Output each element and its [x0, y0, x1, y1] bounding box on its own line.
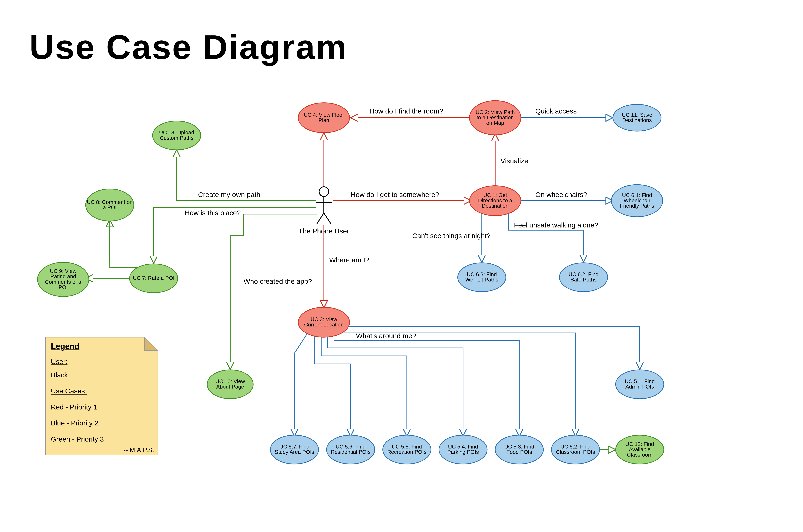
label-uc3-fan: What's around me? [356, 332, 416, 340]
use-case-uc53: UC 5.3: FindFood POIs [495, 435, 543, 464]
use-case-uc61-label-line0: UC 6.1: Find [622, 192, 652, 198]
use-case-uc10-label-line1: About Page [216, 384, 244, 390]
use-case-uc53-label-line0: UC 5.3: Find [504, 444, 534, 450]
use-case-uc56: UC 5.6: FindResidential POIs [326, 435, 375, 464]
use-case-uc62: UC 6.2: FindSafe Paths [559, 263, 608, 292]
use-case-uc9-label-line2: Comments of a [45, 279, 81, 285]
use-case-uc1-label-line1: Directions to a [478, 197, 513, 204]
label-uc2-uc4: How do I find the room? [369, 107, 443, 115]
use-case-uc1-label-line2: Destination [482, 203, 509, 209]
use-case-uc3-label-line1: Current Location [304, 322, 344, 328]
use-case-uc11: UC 11: SaveDestinations [613, 104, 661, 131]
use-case-uc57: UC 5.7: FindStudy Area POIs [270, 435, 319, 464]
edge-uc3-uc56 [315, 335, 350, 436]
use-case-uc10-label-line0: UC 10: View [215, 378, 245, 384]
use-case-uc63-label-line0: UC 6.3: Find [467, 271, 497, 277]
edge-uc7-uc8 [110, 220, 141, 268]
legend-title: Legend [51, 342, 79, 351]
use-case-uc61-label-line1: Wheelchair [624, 197, 650, 204]
use-case-uc52-label-line1: Classroom POIs [556, 449, 595, 455]
use-case-uc2-label-line2: on Map [486, 120, 504, 126]
label-uc1-uc2: Visualize [500, 157, 528, 165]
use-case-uc55-label-line0: UC 5.5: Find [392, 444, 422, 450]
diagram-title: Use Case Diagram [30, 28, 347, 66]
legend-signature: -- M.A.P.S. [124, 446, 154, 454]
use-case-uc12: UC 12: FindAvailableClassroom [616, 435, 664, 464]
use-case-uc13-label-line1: Custom Paths [160, 135, 193, 141]
edge-uc3-uc57 [294, 332, 308, 436]
use-case-uc54-label-line0: UC 5.4: Find [448, 444, 478, 450]
use-case-uc55-label-line1: Recreation POIs [387, 449, 426, 455]
use-case-uc63-label-line1: Well-Lit Paths [465, 277, 498, 283]
use-case-uc8: UC 8: Comment ona POI [85, 189, 134, 221]
use-case-uc11-label-line1: Destinations [622, 117, 652, 123]
use-case-uc2: UC 2: View Pathto a Destinationon Map [470, 100, 521, 135]
use-case-uc9-label-line1: Rating and [50, 273, 76, 279]
use-case-uc8-label-line0: UC 8: Comment on [87, 199, 133, 205]
label-user-uc13: Create my own path [198, 191, 260, 198]
edge-uc3-uc54 [328, 336, 463, 436]
legend-row-4: Blue - Priority 2 [51, 419, 98, 427]
use-case-uc7: UC 7: Rate a POI [130, 264, 178, 293]
use-case-uc7-label-line0: UC 7: Rate a POI [133, 275, 174, 281]
use-case-uc1: UC 1: GetDirections to aDestination [470, 186, 521, 216]
legend-row-3: Red - Priority 1 [51, 403, 97, 411]
use-case-uc51: UC 5.1: FindAdmin POIs [616, 370, 664, 399]
use-case-uc13: UC 13: UploadCustom Paths [153, 121, 201, 150]
use-case-uc52: UC 5.2: FindClassroom POIs [552, 435, 600, 464]
use-case-uc2-label-line1: to a Destination [477, 114, 514, 120]
edge-uc3-uc55 [321, 336, 407, 436]
legend-row-1: Black [51, 371, 68, 379]
use-case-uc2-label-line0: UC 2: View Path [476, 109, 515, 115]
use-case-uc9-label-line0: UC 9: View [50, 268, 77, 274]
use-case-uc3: UC 3: ViewCurrent Location [298, 307, 349, 337]
use-case-uc12-label-line1: Available [629, 446, 650, 452]
use-case-uc56-label-line1: Residential POIs [331, 449, 370, 455]
svg-point-0 [319, 187, 329, 196]
use-case-uc53-label-line1: Food POIs [506, 449, 532, 455]
edge-uc3-uc52 [341, 332, 575, 436]
legend-row-5: Green - Priority 3 [51, 435, 104, 443]
use-case-uc8-label-line1: a POI [103, 204, 117, 210]
use-case-uc61-label-line2: Friendly Paths [620, 203, 654, 209]
edge-user-uc10 [230, 214, 317, 369]
use-case-uc4-label-line1: Plan [319, 117, 329, 123]
use-case-uc3-label-line0: UC 3: View [310, 316, 337, 322]
actor-label: The Phone User [299, 227, 349, 235]
use-case-uc57-label-line1: Study Area POIs [274, 449, 314, 455]
svg-line-4 [324, 213, 331, 224]
legend-row-0: User: [51, 358, 68, 365]
label-uc1-uc61: On wheelchairs? [535, 191, 587, 198]
use-case-uc52-label-line0: UC 5.2: Find [560, 444, 591, 450]
label-uc1-uc63: Can't see things at night? [412, 232, 491, 240]
use-case-uc62-label-line1: Safe Paths [571, 277, 597, 283]
use-case-uc9-label-line3: POI [59, 284, 68, 290]
label-user-uc3: Where am I? [329, 256, 369, 264]
use-case-uc56-label-line0: UC 5.6: Find [336, 444, 366, 450]
use-case-uc9: UC 9: ViewRating andComments of aPOI [37, 262, 89, 297]
legend-note: Legend User: Black Use Cases: Red - Prio… [45, 337, 158, 455]
use-case-uc57-label-line0: UC 5.7: Find [280, 444, 309, 450]
label-user-uc10: Who created the app? [244, 278, 312, 285]
use-case-diagram-canvas: Use Case Diagram [0, 0, 803, 530]
use-case-uc54: UC 5.4: FindParking POIs [439, 435, 487, 464]
label-user-uc7: How is this place? [185, 209, 241, 217]
edge-labels: How do I find the room? Quick access Vis… [185, 107, 598, 340]
use-case-uc51-label-line1: Admin POIs [626, 384, 654, 390]
svg-line-3 [317, 213, 324, 224]
use-case-uc51-label-line0: UC 5.1: Find [625, 378, 655, 384]
label-uc2-uc11: Quick access [535, 107, 577, 115]
use-case-uc54-label-line1: Parking POIs [447, 449, 479, 455]
legend-row-2: Use Cases: [51, 387, 87, 395]
use-case-uc13-label-line0: UC 13: Upload [159, 130, 194, 135]
use-case-uc4: UC 4: View FloorPlan [298, 103, 349, 133]
use-case-uc1-label-line0: UC 1: Get [483, 192, 507, 198]
use-case-uc12-label-line0: UC 12: Find [626, 441, 654, 447]
use-case-uc4-label-line0: UC 4: View Floor [304, 112, 344, 118]
use-case-uc61: UC 6.1: FindWheelchairFriendly Paths [611, 185, 663, 217]
use-case-uc10: UC 10: ViewAbout Page [207, 370, 253, 399]
edge-uc1-uc62 [509, 213, 584, 262]
actor-phone-user [316, 187, 332, 224]
use-case-uc63: UC 6.3: FindWell-Lit Paths [458, 263, 506, 292]
edge-uc3-uc53 [334, 335, 519, 436]
